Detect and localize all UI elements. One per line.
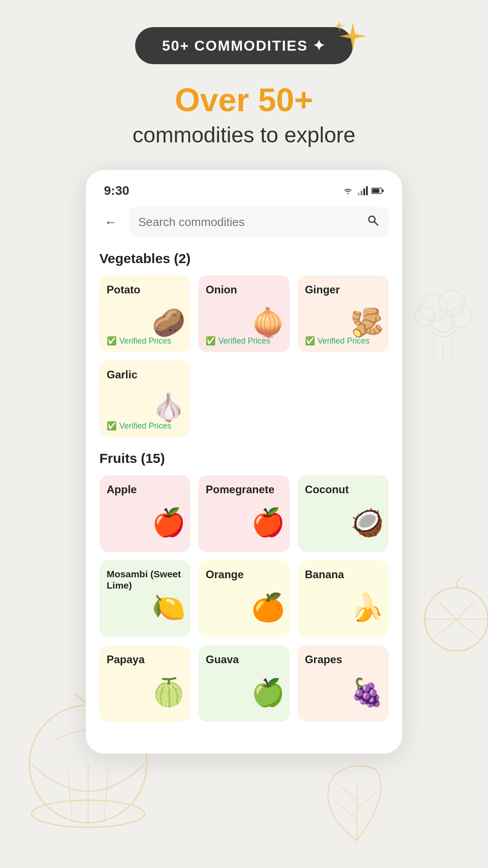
commodity-card-mosambi[interactable]: Mosambi (Sweet Lime) 🍋 xyxy=(99,560,190,637)
commodity-card-guava[interactable]: Guava 🍏 xyxy=(198,645,289,722)
potato-name: Potato xyxy=(107,283,183,297)
onion-name: Onion xyxy=(206,283,282,297)
back-arrow-icon: ← xyxy=(104,215,117,230)
pomegranate-icon: 🍎 xyxy=(251,506,285,538)
commodity-card-coconut[interactable]: Coconut 🥥 xyxy=(298,475,389,552)
badge-text: 50+ COMMODITIES ✦ xyxy=(162,38,326,54)
ginger-icon: 🫚 xyxy=(350,307,384,339)
svg-rect-12 xyxy=(361,191,362,195)
banana-icon: 🍌 xyxy=(350,591,384,623)
grapes-name: Grapes xyxy=(305,653,381,666)
page-content: 50+ COMMODITIES ✦ Over 50+ commodities t… xyxy=(0,0,488,754)
verified-check-icon: ✅ xyxy=(107,421,117,431)
banana-name: Banana xyxy=(305,568,381,581)
apple-icon: 🍎 xyxy=(152,506,186,538)
grapes-icon: 🍇 xyxy=(350,676,384,708)
commodity-card-papaya[interactable]: Papaya 🍈 xyxy=(99,645,190,722)
search-icon[interactable] xyxy=(367,214,380,230)
garlic-icon: 🧄 xyxy=(152,392,186,424)
papaya-icon: 🍈 xyxy=(152,676,186,708)
fruits-category-title: Fruits (15) xyxy=(99,451,389,466)
svg-line-8 xyxy=(68,769,72,823)
guava-icon: 🍏 xyxy=(251,676,285,708)
commodity-card-apple[interactable]: Apple 🍎 xyxy=(99,475,190,552)
sparkle-decoration xyxy=(330,18,366,56)
svg-rect-14 xyxy=(366,186,368,195)
verified-check-icon: ✅ xyxy=(107,336,117,346)
hero-subtitle: commodities to explore xyxy=(132,123,356,147)
commodity-card-pomegranate[interactable]: Pomegranete 🍎 xyxy=(198,475,289,552)
svg-point-6 xyxy=(32,800,145,827)
svg-rect-17 xyxy=(382,189,384,192)
phone-mockup: 9:30 xyxy=(86,170,402,754)
guava-name: Guava xyxy=(206,653,282,666)
vegetables-category-title: Vegetables (2) xyxy=(99,251,389,266)
hero-title: Over 50+ xyxy=(132,82,356,118)
verified-check-icon: ✅ xyxy=(305,336,315,346)
status-bar: 9:30 xyxy=(86,184,402,198)
commodity-card-potato[interactable]: Potato 🥔 ✅ Verified Prices xyxy=(99,275,190,352)
commodity-card-orange[interactable]: Orange 🍊 xyxy=(198,560,289,637)
coconut-icon: 🥥 xyxy=(350,506,384,538)
onion-icon: 🧅 xyxy=(251,307,285,339)
svg-rect-16 xyxy=(372,189,380,193)
orange-icon: 🍊 xyxy=(251,591,285,623)
verified-check-icon: ✅ xyxy=(206,336,216,346)
svg-rect-11 xyxy=(358,193,360,195)
status-time: 9:30 xyxy=(104,184,129,198)
search-section: ← xyxy=(86,207,402,237)
fruits-grid: Apple 🍎 Pomegranete 🍎 Coconut 🥥 Mosambi … xyxy=(99,475,389,722)
commodity-card-ginger[interactable]: Ginger 🫚 ✅ Verified Prices xyxy=(298,275,389,352)
commodity-card-banana[interactable]: Banana 🍌 xyxy=(298,560,389,637)
vegetables-grid: Potato 🥔 ✅ Verified Prices Onion 🧅 ✅ Ver… xyxy=(99,275,389,437)
commodity-card-garlic[interactable]: Garlic 🧄 ✅ Verified Prices xyxy=(99,360,190,437)
garlic-name: Garlic xyxy=(107,368,183,382)
orange-name: Orange xyxy=(206,568,282,581)
ginger-name: Ginger xyxy=(305,283,381,297)
phone-content: Vegetables (2) Potato 🥔 ✅ Verified Price… xyxy=(86,251,402,722)
hero-section: Over 50+ commodities to explore xyxy=(132,82,356,147)
signal-icon xyxy=(358,186,368,195)
svg-rect-13 xyxy=(363,189,365,195)
commodity-badge: 50+ COMMODITIES ✦ xyxy=(135,27,353,64)
papaya-name: Papaya xyxy=(107,653,183,666)
wifi-icon xyxy=(342,186,354,195)
badge-container: 50+ COMMODITIES ✦ xyxy=(135,27,353,64)
back-button[interactable]: ← xyxy=(99,211,122,234)
potato-icon: 🥔 xyxy=(152,307,186,339)
mosambi-name: Mosambi (Sweet Lime) xyxy=(107,568,183,591)
battery-icon xyxy=(371,187,384,194)
apple-name: Apple xyxy=(107,483,183,496)
search-input[interactable] xyxy=(138,215,367,229)
coconut-name: Coconut xyxy=(305,483,381,496)
pomegranate-name: Pomegranete xyxy=(206,483,282,496)
svg-line-9 xyxy=(104,769,108,823)
commodity-card-onion[interactable]: Onion 🧅 ✅ Verified Prices xyxy=(198,275,289,352)
mosambi-icon: 🍋 xyxy=(152,591,186,623)
commodity-card-grapes[interactable]: Grapes 🍇 xyxy=(298,645,389,722)
search-input-wrapper[interactable] xyxy=(129,207,389,237)
status-icons xyxy=(342,186,384,195)
